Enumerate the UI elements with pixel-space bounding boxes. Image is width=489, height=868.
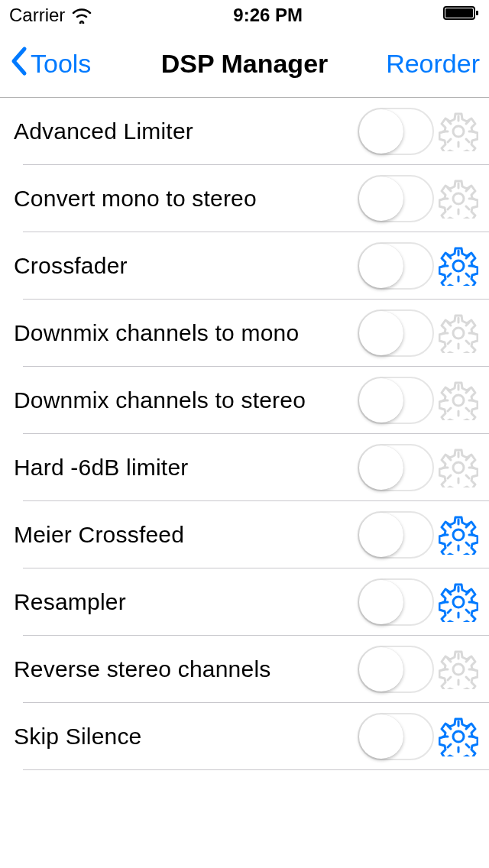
- list-item: Reverse stereo channels: [0, 636, 489, 703]
- toggle-switch[interactable]: [358, 309, 434, 357]
- gear-icon: [436, 176, 481, 222]
- switch-knob: [359, 311, 403, 355]
- gear-icon: [436, 377, 481, 423]
- list-item: Skip Silence: [0, 703, 489, 770]
- svg-point-3: [453, 126, 464, 137]
- switch-knob: [359, 244, 403, 288]
- svg-point-9: [453, 530, 464, 540]
- list-item: Downmix channels to stereo: [0, 367, 489, 434]
- row-label: Downmix channels to stereo: [14, 387, 358, 413]
- status-right: [443, 5, 480, 26]
- back-button[interactable]: Tools: [9, 46, 91, 83]
- svg-point-10: [453, 597, 464, 607]
- toggle-switch[interactable]: [358, 444, 434, 491]
- toggle-switch[interactable]: [358, 713, 434, 760]
- toggle-switch[interactable]: [358, 108, 434, 155]
- switch-knob: [359, 109, 403, 154]
- gear-icon: [436, 646, 481, 692]
- reorder-button[interactable]: Reorder: [386, 49, 480, 79]
- svg-point-8: [453, 462, 464, 473]
- list-item: Downmix channels to mono: [0, 300, 489, 367]
- gear-icon[interactable]: [436, 579, 481, 625]
- status-bar: Carrier 9:26 PM: [0, 0, 489, 31]
- list-item: Hard -6dB limiter: [0, 434, 489, 501]
- row-label: Meier Crossfeed: [14, 522, 358, 548]
- switch-knob: [359, 177, 403, 221]
- status-time: 9:26 PM: [233, 5, 303, 26]
- gear-icon: [436, 445, 481, 491]
- svg-point-7: [453, 395, 464, 406]
- row-label: Hard -6dB limiter: [14, 455, 358, 481]
- row-label: Convert mono to stereo: [14, 186, 358, 212]
- svg-rect-1: [445, 8, 473, 18]
- list-item: Meier Crossfeed: [0, 501, 489, 568]
- back-label: Tools: [31, 49, 91, 79]
- gear-icon[interactable]: [436, 243, 481, 289]
- gear-icon: [436, 310, 481, 356]
- svg-point-12: [453, 731, 464, 742]
- toggle-switch[interactable]: [358, 175, 434, 222]
- svg-rect-2: [476, 11, 478, 15]
- switch-knob: [359, 647, 403, 691]
- svg-point-5: [453, 261, 464, 271]
- gear-icon[interactable]: [436, 714, 481, 760]
- switch-knob: [359, 714, 403, 759]
- row-label: Skip Silence: [14, 724, 358, 750]
- list-item: Crossfader: [0, 232, 489, 300]
- chevron-left-icon: [9, 46, 29, 83]
- list-item: Resampler: [0, 568, 489, 636]
- list-item: Convert mono to stereo: [0, 165, 489, 232]
- dsp-list: Advanced LimiterConvert mono to stereoCr…: [0, 98, 489, 770]
- battery-icon: [443, 5, 480, 21]
- row-label: Crossfader: [14, 253, 358, 279]
- toggle-switch[interactable]: [358, 377, 434, 424]
- row-label: Reverse stereo channels: [14, 656, 358, 682]
- row-label: Advanced Limiter: [14, 118, 358, 144]
- switch-knob: [359, 513, 403, 557]
- switch-knob: [359, 378, 403, 423]
- carrier-label: Carrier: [9, 5, 65, 26]
- nav-bar: Tools DSP Manager Reorder: [0, 31, 489, 98]
- row-label: Downmix channels to mono: [14, 320, 358, 346]
- svg-point-11: [453, 664, 464, 675]
- wifi-icon: [71, 7, 92, 24]
- row-label: Resampler: [14, 589, 358, 615]
- svg-point-6: [453, 328, 464, 338]
- gear-icon[interactable]: [436, 512, 481, 558]
- switch-knob: [359, 445, 403, 490]
- toggle-switch[interactable]: [358, 578, 434, 626]
- list-item: Advanced Limiter: [0, 98, 489, 165]
- gear-icon: [436, 108, 481, 154]
- svg-point-4: [453, 193, 464, 204]
- toggle-switch[interactable]: [358, 646, 434, 693]
- toggle-switch[interactable]: [358, 242, 434, 290]
- switch-knob: [359, 580, 403, 624]
- status-left: Carrier: [9, 5, 92, 26]
- toggle-switch[interactable]: [358, 511, 434, 559]
